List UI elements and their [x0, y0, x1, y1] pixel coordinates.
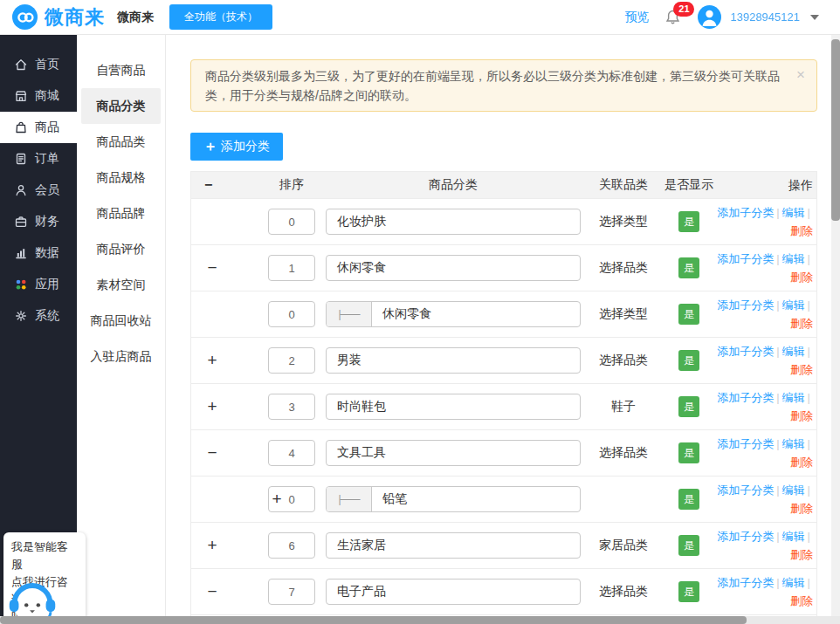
sort-input[interactable] [268, 394, 315, 420]
delete-link[interactable]: 删除 [790, 548, 813, 561]
sort-input[interactable] [268, 347, 315, 374]
expand-toggle[interactable]: + [204, 397, 220, 416]
close-icon[interactable]: × [796, 67, 805, 82]
category-name-input[interactable]: 时尚鞋包 [326, 394, 581, 420]
category-name-input[interactable]: 休闲零食 [326, 255, 581, 281]
sidebar-item-系统[interactable]: 系统 [0, 300, 77, 332]
visible-badge[interactable]: 是 [678, 535, 699, 556]
sidebar-item-订单[interactable]: 订单 [0, 143, 77, 175]
edit-link[interactable]: 编辑 [782, 345, 805, 358]
add-subcategory-link[interactable]: 添加子分类 [717, 206, 774, 219]
collapse-all-toggle[interactable]: − [204, 177, 212, 192]
submenu-item-商品分类[interactable]: 商品分类 [81, 88, 161, 124]
visible-badge[interactable]: 是 [678, 304, 699, 325]
sidebar-item-商城[interactable]: 商城 [0, 80, 77, 112]
add-subcategory-link[interactable]: 添加子分类 [717, 345, 774, 358]
account-number[interactable]: 13928945121 [730, 10, 800, 24]
chevron-down-icon[interactable] [810, 15, 819, 20]
add-subcategory-link[interactable]: 添加子分类 [717, 576, 774, 589]
sort-input[interactable] [268, 255, 315, 281]
submenu-item-商品品牌[interactable]: 商品品牌 [81, 195, 161, 231]
horizontal-scrollbar-thumb[interactable] [0, 616, 747, 624]
sidebar-item-商品[interactable]: 商品 [0, 112, 77, 143]
sidebar-item-应用[interactable]: 应用 [0, 269, 77, 300]
submenu-item-商品品类[interactable]: 商品品类 [81, 124, 161, 160]
category-name-input[interactable]: 男装 [326, 347, 581, 374]
sidebar-item-label: 商城 [35, 88, 59, 104]
category-name-input[interactable]: 生活家居 [326, 532, 581, 559]
visible-badge[interactable]: 是 [678, 396, 699, 417]
plan-badge-button[interactable]: 全功能（技术） [169, 4, 272, 30]
sidebar-item-数据[interactable]: 数据 [0, 237, 77, 269]
add-subcategory-link[interactable]: 添加子分类 [717, 298, 774, 312]
assoc-category-link[interactable]: 选择类型 [599, 214, 648, 228]
category-name-input[interactable]: |——铅笔 [326, 486, 581, 512]
assoc-category-link[interactable]: 选择类型 [599, 306, 648, 320]
submenu-item-入驻店商品[interactable]: 入驻店商品 [81, 339, 161, 374]
avatar[interactable] [698, 5, 721, 29]
expand-toggle[interactable]: − [204, 443, 220, 463]
category-name-input[interactable]: 电子产品 [326, 579, 581, 605]
preview-link[interactable]: 预览 [624, 10, 649, 25]
delete-link[interactable]: 删除 [790, 317, 813, 330]
delete-link[interactable]: 删除 [790, 224, 813, 237]
add-subcategory-link[interactable]: 添加子分类 [717, 530, 774, 543]
add-subcategory-link[interactable]: 添加子分类 [717, 252, 774, 265]
add-subcategory-link[interactable]: 添加子分类 [717, 483, 774, 497]
edit-link[interactable]: 编辑 [782, 298, 805, 312]
sort-input[interactable] [268, 579, 315, 605]
edit-link[interactable]: 编辑 [782, 252, 805, 265]
notification-bell[interactable]: 21 [664, 8, 682, 27]
category-name-input[interactable]: 文具工具 [326, 440, 581, 466]
add-subcategory-link[interactable]: 添加子分类 [717, 437, 774, 450]
expand-toggle[interactable]: − [204, 258, 220, 278]
sort-input[interactable] [268, 301, 315, 327]
delete-link[interactable]: 删除 [790, 363, 813, 376]
edit-link[interactable]: 编辑 [782, 206, 805, 219]
assoc-category-link[interactable]: 家居品类 [599, 538, 648, 552]
category-name-input[interactable]: |——休闲零食 [326, 301, 581, 327]
delete-link[interactable]: 删除 [790, 502, 813, 515]
sidebar-item-首页[interactable]: 首页 [0, 49, 77, 80]
submenu-item-商品评价[interactable]: 商品评价 [81, 231, 161, 267]
submenu-item-商品回收站[interactable]: 商品回收站 [81, 303, 161, 339]
expand-toggle[interactable]: + [204, 351, 220, 370]
edit-link[interactable]: 编辑 [782, 530, 805, 543]
expand-toggle[interactable]: + [204, 536, 220, 555]
assoc-category-link[interactable]: 选择品类 [599, 353, 648, 367]
edit-link[interactable]: 编辑 [782, 576, 805, 589]
edit-link[interactable]: 编辑 [782, 391, 805, 404]
vertical-scrollbar-thumb[interactable] [831, 39, 840, 221]
edit-link[interactable]: 编辑 [782, 483, 805, 497]
sort-input[interactable] [268, 532, 315, 559]
category-name-input[interactable]: 化妆护肤 [326, 209, 581, 235]
add-subcategory-link[interactable]: 添加子分类 [717, 391, 774, 404]
visible-badge[interactable]: 是 [678, 489, 699, 510]
submenu-item-自营商品[interactable]: 自营商品 [81, 52, 161, 88]
sort-input[interactable] [268, 440, 315, 466]
assoc-category-link[interactable]: 选择品类 [599, 445, 648, 459]
submenu-item-素材空间[interactable]: 素材空间 [81, 267, 161, 303]
horizontal-scrollbar[interactable] [0, 616, 840, 624]
expand-toggle[interactable]: − [204, 582, 220, 601]
sort-input[interactable] [268, 209, 315, 235]
visible-badge[interactable]: 是 [678, 581, 699, 602]
expand-toggle[interactable]: + [269, 490, 285, 509]
delete-link[interactable]: 删除 [790, 594, 813, 607]
edit-link[interactable]: 编辑 [782, 437, 805, 450]
add-category-button[interactable]: ＋添加分类 [190, 133, 283, 161]
visible-badge[interactable]: 是 [678, 257, 699, 278]
submenu-item-商品规格[interactable]: 商品规格 [81, 160, 161, 195]
vertical-scrollbar[interactable] [831, 35, 840, 624]
assoc-category-link[interactable]: 选择品类 [599, 584, 648, 598]
sidebar-item-财务[interactable]: 财务 [0, 206, 77, 237]
delete-link[interactable]: 删除 [790, 271, 813, 284]
visible-badge[interactable]: 是 [678, 350, 699, 371]
assoc-category-link[interactable]: 鞋子 [611, 399, 636, 413]
assoc-category-link[interactable]: 选择品类 [599, 260, 648, 274]
delete-link[interactable]: 删除 [790, 456, 813, 469]
delete-link[interactable]: 删除 [790, 409, 813, 422]
sidebar-item-会员[interactable]: 会员 [0, 175, 77, 206]
visible-badge[interactable]: 是 [678, 211, 699, 232]
visible-badge[interactable]: 是 [678, 442, 699, 463]
